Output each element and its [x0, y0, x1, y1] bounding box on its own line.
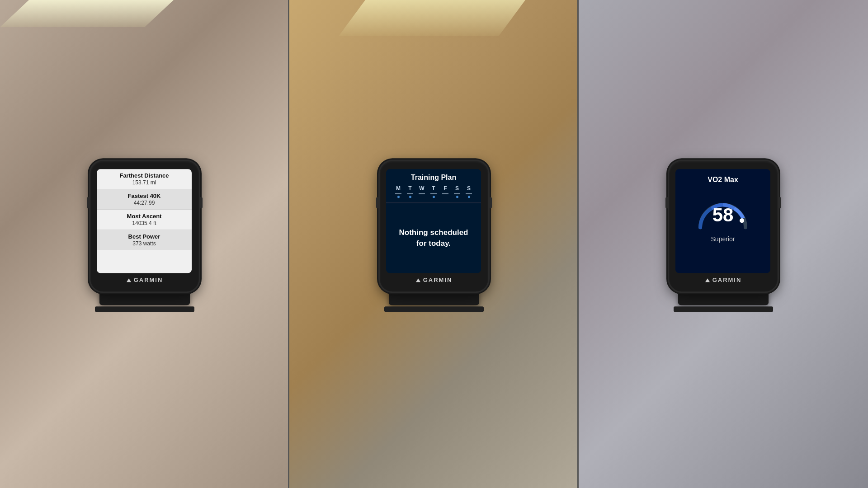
nothing-scheduled-text: Nothing scheduled for today. [393, 227, 474, 249]
training-header: Training Plan M T [386, 169, 481, 203]
day-S1: S [454, 185, 460, 198]
day-dot-empty-W [421, 196, 423, 198]
day-underline-T1 [407, 193, 413, 194]
gauge-container: 58 [675, 188, 770, 234]
panel-divider-2 [577, 0, 579, 488]
handlebar-base-1 [99, 291, 190, 305]
day-F: F [442, 185, 448, 198]
day-T2: T [430, 185, 437, 198]
garmin-device-1: Farthest Distance 153.71 mi Fastest 40K … [90, 161, 199, 291]
panel-1: Farthest Distance 153.71 mi Fastest 40K … [0, 0, 289, 488]
garmin-device-2: Training Plan M T [380, 161, 488, 291]
garmin-triangle-icon-1 [127, 278, 131, 282]
device-3: VO2 Max 58 [669, 161, 778, 312]
day-M: M [395, 185, 401, 198]
garmin-logo-1: GARMIN [134, 277, 163, 283]
day-label-T1: T [408, 185, 411, 192]
day-label-M: M [396, 185, 401, 192]
screen-3-inner: VO2 Max 58 [675, 169, 770, 273]
garmin-brand-3: GARMIN [675, 273, 771, 285]
svg-point-0 [740, 218, 744, 223]
day-W: W [419, 185, 425, 198]
day-dot-S2 [468, 196, 470, 198]
stat-label-ascent: Most Ascent [101, 213, 187, 220]
device-2: Training Plan M T [380, 161, 488, 312]
stat-label-farthest: Farthest Distance [101, 172, 187, 179]
training-body: Nothing scheduled for today. [386, 203, 481, 273]
stat-row-power: Best Power 373 watts [97, 230, 192, 250]
stat-row-fastest40k: Fastest 40K 44:27.99 [97, 189, 192, 210]
device-1: Farthest Distance 153.71 mi Fastest 40K … [90, 161, 199, 312]
mount-clamp-2 [384, 306, 484, 312]
garmin-logo-3: GARMIN [712, 277, 742, 283]
stat-label-fastest40k: Fastest 40K [101, 192, 187, 199]
screen-2-inner: Training Plan M T [386, 169, 481, 273]
panel-divider-1 [288, 0, 289, 488]
stat-value-farthest: 153.71 mi [101, 179, 187, 186]
days-row: M T W [390, 182, 477, 200]
day-underline-S1 [454, 193, 460, 194]
day-dot-empty-F [444, 196, 447, 198]
garmin-device-3: VO2 Max 58 [669, 161, 778, 291]
day-dot-T2 [433, 196, 435, 198]
vo2-value: 58 [712, 204, 734, 226]
day-underline-M [395, 193, 401, 194]
side-button-right [200, 197, 203, 208]
day-label-T2: T [432, 185, 435, 192]
day-label-W: W [419, 185, 424, 192]
mount-clamp-3 [674, 306, 773, 312]
day-S2: S [466, 185, 472, 198]
screen-1: Farthest Distance 153.71 mi Fastest 40K … [97, 169, 192, 273]
garmin-brand-2: GARMIN [386, 273, 482, 285]
day-underline-T2 [430, 193, 437, 194]
side-button-left-3 [665, 197, 668, 208]
day-label-F: F [443, 185, 447, 192]
side-button-right-3 [778, 197, 781, 208]
side-button-right-2 [489, 197, 492, 208]
garmin-triangle-icon-2 [416, 278, 420, 282]
vo2-header: VO2 Max [675, 169, 770, 188]
day-dot-T1 [409, 196, 411, 198]
stat-row-farthest: Farthest Distance 153.71 mi [97, 169, 192, 189]
vo2-rating: Superior [675, 234, 770, 244]
handlebar-base-3 [678, 291, 769, 305]
stat-label-power: Best Power [101, 233, 187, 240]
day-underline-W [419, 193, 425, 194]
day-underline-S2 [466, 193, 472, 194]
day-label-S2: S [467, 185, 471, 192]
side-button-left-2 [376, 197, 379, 208]
garmin-brand-1: GARMIN [97, 273, 193, 285]
stat-value-ascent: 14035.4 ft [101, 220, 187, 226]
handlebar-base-2 [389, 291, 479, 305]
day-underline-F [442, 193, 448, 194]
panel-3: VO2 Max 58 [579, 0, 868, 488]
stat-row-ascent: Most Ascent 14035.4 ft [97, 210, 192, 230]
garmin-logo-2: GARMIN [423, 277, 453, 283]
panel-2: Training Plan M T [289, 0, 579, 488]
side-button-left [87, 197, 90, 208]
day-T1: T [407, 185, 413, 198]
mount-clamp-1 [95, 306, 194, 312]
day-dot-M [397, 196, 400, 198]
day-label-S1: S [455, 185, 459, 192]
stat-value-power: 373 watts [101, 240, 187, 247]
screen-3: VO2 Max 58 [675, 169, 770, 273]
training-title: Training Plan [411, 174, 456, 181]
day-dot-S1 [456, 196, 458, 198]
garmin-triangle-icon-3 [705, 278, 710, 282]
stat-value-fastest40k: 44:27.99 [101, 200, 187, 206]
screen-2: Training Plan M T [386, 169, 481, 273]
